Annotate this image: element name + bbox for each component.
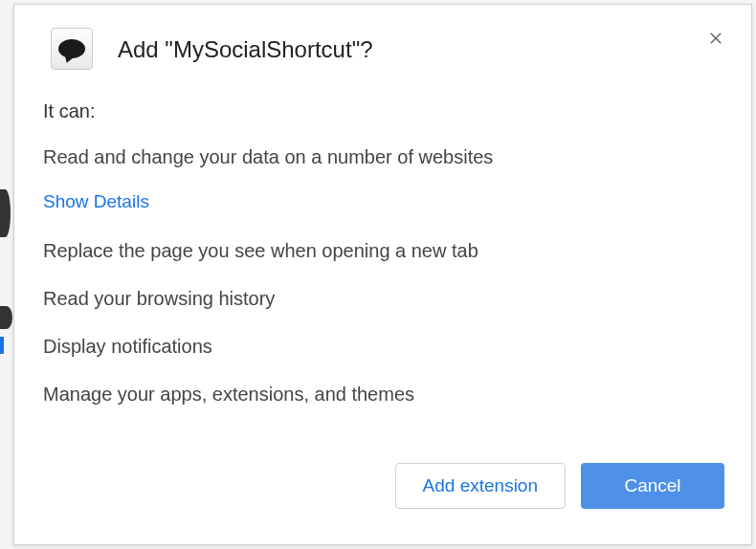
background-edge-decoration <box>0 337 4 354</box>
close-button[interactable] <box>701 24 730 53</box>
permission-item: Read and change your data on a number of… <box>43 143 723 170</box>
dialog-footer: Add extension Cancel <box>14 448 751 530</box>
cancel-button[interactable]: Cancel <box>581 463 724 509</box>
close-icon <box>707 30 724 47</box>
permission-item: Read your browsing history <box>43 285 723 312</box>
permissions-intro: It can: <box>43 100 723 122</box>
background-edge-decoration <box>0 189 11 237</box>
dialog-header: Add "MySocialShortcut"? <box>14 5 751 89</box>
dialog-body: It can: Read and change your data on a n… <box>14 89 751 448</box>
show-details-link[interactable]: Show Details <box>43 191 149 212</box>
extension-icon <box>51 28 93 70</box>
speech-bubble-icon <box>58 39 85 58</box>
permission-item: Replace the page you see when opening a … <box>43 237 723 264</box>
extension-install-dialog: Add "MySocialShortcut"? It can: Read and… <box>13 4 752 545</box>
permission-item: Display notifications <box>43 333 723 360</box>
background-edge-decoration <box>0 306 12 329</box>
permission-item: Manage your apps, extensions, and themes <box>43 381 723 407</box>
add-extension-button[interactable]: Add extension <box>395 463 566 509</box>
dialog-title: Add "MySocialShortcut"? <box>118 28 373 66</box>
